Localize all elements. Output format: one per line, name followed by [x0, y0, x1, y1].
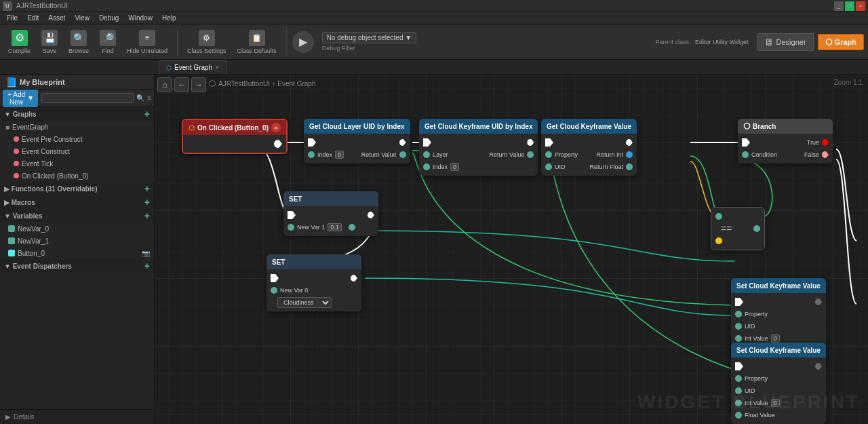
search-bar: + Add New ▼ 🔍 ≡ [0, 90, 154, 107]
event-construct-item[interactable]: Event Construct [0, 145, 154, 157]
left-panel: 📘 My Blueprint + Add New ▼ 🔍 ≡ ▼ Graphs … [0, 75, 155, 424]
menu-debug[interactable]: Debug [95, 12, 123, 24]
back-nav-button[interactable]: ← [174, 77, 189, 92]
details-panel: ▶ Details [0, 409, 154, 424]
var-button0-item[interactable]: Button_0 📷 [0, 247, 154, 259]
minimize-button[interactable]: _ [834, 1, 844, 11]
find-button[interactable]: 🔎 Find [96, 28, 120, 56]
add-macro-icon[interactable]: + [144, 197, 150, 208]
cloudiness-dropdown[interactable]: Cloudiness [277, 297, 332, 308]
class-settings-button[interactable]: ⚙ Class Settings [183, 28, 231, 56]
home-nav-button[interactable]: ⌂ [157, 77, 172, 92]
tab-bar: ⬡ Event Graph × [0, 60, 868, 75]
toolbar: ⚙ Compile 💾 Save 🔍 Browse 🔎 Find ≡ Hide … [0, 24, 868, 60]
play-button[interactable]: ▶ [292, 31, 314, 53]
add-graph-icon[interactable]: + [144, 109, 150, 119]
var-newvar0-item[interactable]: NewVar_0 [0, 223, 154, 235]
graph-area[interactable]: ⌂ ← → ⬡ AJRTestButtonUI › Event Graph Zo… [155, 75, 868, 424]
save-button[interactable]: 💾 Save [37, 28, 62, 56]
graphs-section-header[interactable]: ▼ Graphs + [0, 107, 154, 121]
set-node-1[interactable]: SET New Var 1 0.1 [283, 191, 378, 236]
menu-view[interactable]: View [71, 12, 94, 24]
debug-filter-label: Debug Filter [322, 45, 417, 52]
forward-nav-button[interactable]: → [191, 77, 206, 92]
zoom-label: Zoom 1:1 [834, 79, 863, 86]
search-icon[interactable]: 🔍 [136, 94, 144, 102]
compare-node[interactable]: == [711, 207, 765, 250]
add-function-icon[interactable]: + [144, 183, 150, 194]
macros-section-header[interactable]: ▶ Macros + [0, 195, 154, 209]
search-input[interactable] [41, 93, 134, 103]
branch-node[interactable]: ⬡ Branch True Condition False [738, 119, 833, 163]
window-icon: U [3, 1, 12, 11]
window-title: AJRTestButtonUI [16, 2, 830, 9]
menu-window[interactable]: Window [124, 12, 157, 24]
var-newvar1-item[interactable]: NewVar_1 [0, 235, 154, 247]
window-controls[interactable]: _ □ × [834, 1, 865, 11]
functions-section-header[interactable]: ▶ Functions (31 Overridable) + [0, 182, 154, 195]
menu-file[interactable]: File [3, 12, 22, 24]
hide-unrelated-button[interactable]: ≡ Hide Unrelated [123, 28, 172, 56]
add-variable-icon[interactable]: + [144, 210, 150, 221]
filter-icon[interactable]: ≡ [147, 94, 151, 102]
menu-asset[interactable]: Asset [44, 12, 69, 24]
compile-button[interactable]: ⚙ Compile [4, 28, 35, 56]
toolbar-separator-2 [286, 28, 287, 56]
variables-section-header[interactable]: ▼ Variables + [0, 209, 154, 223]
toolbar-separator-1 [177, 28, 178, 56]
my-blueprint-header: 📘 My Blueprint [0, 75, 154, 90]
event-graph-tab[interactable]: ⬡ Event Graph × [159, 60, 226, 74]
menu-help[interactable]: Help [158, 12, 180, 24]
main-area: 📘 My Blueprint + Add New ▼ 🔍 ≡ ▼ Graphs … [0, 75, 868, 424]
debug-object-dropdown[interactable]: No debug object selected ▼ [322, 32, 417, 43]
on-clicked-button-item[interactable]: On Clicked (Button_0) [0, 170, 154, 182]
parent-class-label: Parent class: Editor Utility Widget [655, 39, 748, 45]
graph-button[interactable]: ⬡ Graph [818, 34, 864, 50]
designer-button[interactable]: 🖥 Designer [757, 33, 814, 51]
close-button[interactable]: × [856, 1, 865, 11]
get-cloud-keyframe-uid-node[interactable]: Get Cloud Keyframe UID by Index Layer Re… [419, 119, 538, 176]
on-clicked-node[interactable]: ⬡ On Clicked (Button_0) × [182, 119, 288, 154]
breadcrumb: ⬡ AJRTestButtonUI › Event Graph [209, 79, 315, 88]
event-dispatchers-header[interactable]: ▼ Event Dispatchers + [0, 259, 154, 273]
menu-edit[interactable]: Edit [23, 12, 43, 24]
maximize-button[interactable]: □ [845, 1, 854, 11]
set-cloud-kf-value-2-node[interactable]: Set Cloud Keyframe Value Property UID [731, 343, 826, 424]
set-node-2[interactable]: SET New Var 0 Cloudiness [267, 254, 361, 311]
add-new-button[interactable]: + Add New ▼ [3, 90, 38, 107]
browse-button[interactable]: 🔍 Browse [64, 28, 93, 56]
class-defaults-button[interactable]: 📋 Class Defaults [233, 28, 281, 56]
event-pre-construct-item[interactable]: Event Pre Construct [0, 133, 154, 145]
title-bar: U AJRTestButtonUI _ □ × [0, 0, 868, 12]
get-cloud-layer-node[interactable]: Get Cloud Layer UID by Index Index 0 Ret… [304, 119, 410, 163]
close-tab-icon[interactable]: × [215, 64, 219, 71]
menu-bar: File Edit Asset View Debug Window Help [0, 12, 868, 24]
event-tick-item[interactable]: Event Tick [0, 157, 154, 170]
event-graph-item[interactable]: ■ EventGraph [0, 121, 154, 133]
variable-camera-icon: 📷 [142, 250, 150, 257]
add-dispatcher-icon[interactable]: + [144, 261, 150, 271]
nav-buttons: ⌂ ← → [157, 77, 206, 92]
get-cloud-keyframe-value-node[interactable]: Get Cloud Keyframe Value Property Return… [541, 119, 637, 176]
